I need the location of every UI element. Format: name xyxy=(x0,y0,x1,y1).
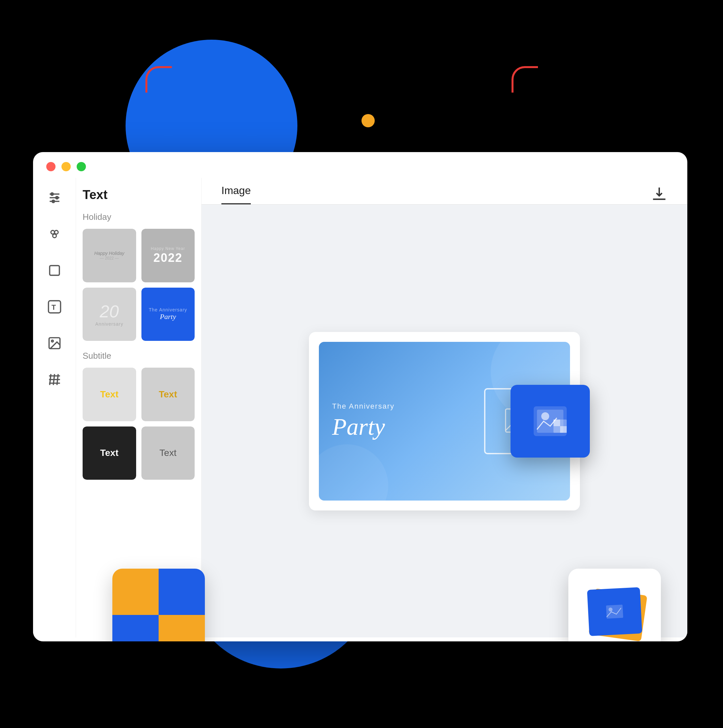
grid-quadrant-2 xyxy=(159,569,205,615)
sidebar: T xyxy=(33,178,76,638)
svg-point-3 xyxy=(51,193,53,195)
sidebar-icon-text[interactable]: T xyxy=(44,297,64,317)
sidebar-icon-layers[interactable] xyxy=(44,224,64,244)
float-grid-card xyxy=(112,569,205,641)
titlebar xyxy=(33,152,687,178)
template-20-anniversary[interactable]: 20 Anniversary xyxy=(82,288,136,341)
template-2022[interactable]: Happy New Year 2022 xyxy=(142,229,195,282)
slides-stack xyxy=(585,585,644,641)
card-title: Party xyxy=(332,414,471,440)
svg-rect-26 xyxy=(560,426,567,433)
card-subtitle: The Anniversary xyxy=(332,402,471,411)
panel-title: Text xyxy=(82,188,195,202)
template-text-black-bg[interactable]: Text xyxy=(82,427,136,480)
holiday-template-grid: Happy Holiday — 2022 — Happy New Year 20… xyxy=(82,229,195,341)
minimize-button[interactable] xyxy=(61,162,71,171)
tab-image[interactable]: Image xyxy=(221,185,251,204)
svg-point-7 xyxy=(55,231,58,234)
template-text-label-3: Text xyxy=(96,446,123,460)
template-text-yellow-outline[interactable]: Text xyxy=(142,368,195,421)
template-text-yellow-bold[interactable]: Text xyxy=(82,368,136,421)
template-party-selected[interactable]: The Anniversary Party xyxy=(142,288,195,341)
svg-point-4 xyxy=(55,196,58,199)
close-button[interactable] xyxy=(46,162,55,171)
template-text-gray-plain[interactable]: Text xyxy=(142,427,195,480)
slide-front xyxy=(587,587,642,636)
grid-quadrant-1 xyxy=(112,569,159,615)
svg-point-13 xyxy=(51,340,53,342)
section-holiday-label: Holiday xyxy=(82,212,195,222)
svg-point-8 xyxy=(53,234,56,238)
sidebar-icon-crop[interactable] xyxy=(44,260,64,280)
template-text-label-1: Text xyxy=(96,387,123,402)
deco-curve-left xyxy=(145,66,172,93)
template-happy-holiday[interactable]: Happy Holiday — 2022 — xyxy=(82,229,136,282)
subtitle-template-grid: Text Text Text xyxy=(82,368,195,480)
grid-quadrant-3 xyxy=(112,615,159,641)
svg-rect-9 xyxy=(50,266,59,275)
maximize-button[interactable] xyxy=(77,162,86,171)
deco-curve-right xyxy=(511,66,538,93)
download-button[interactable] xyxy=(651,185,668,203)
template-text-label-2: Text xyxy=(155,387,182,402)
canvas-frame: The Anniversary Party xyxy=(309,332,580,511)
app-window: T xyxy=(33,152,687,641)
sidebar-icon-image[interactable] xyxy=(44,333,64,353)
float-image-editor-badge xyxy=(511,385,590,457)
party-card-text: The Anniversary Party xyxy=(332,402,471,440)
sidebar-icon-pattern[interactable] xyxy=(44,370,64,390)
deco-dot-orange xyxy=(362,114,375,127)
svg-point-5 xyxy=(52,200,54,202)
main-header: Image xyxy=(201,178,687,205)
template-text-label-4: Text xyxy=(156,446,180,460)
sidebar-icon-sliders[interactable] xyxy=(44,188,64,208)
section-subtitle-label: Subtitle xyxy=(82,351,195,361)
float-slides-card xyxy=(568,569,661,641)
grid-quadrant-4 xyxy=(159,615,205,641)
svg-text:T: T xyxy=(51,303,56,311)
svg-rect-30 xyxy=(606,605,623,619)
svg-point-27 xyxy=(541,412,549,420)
